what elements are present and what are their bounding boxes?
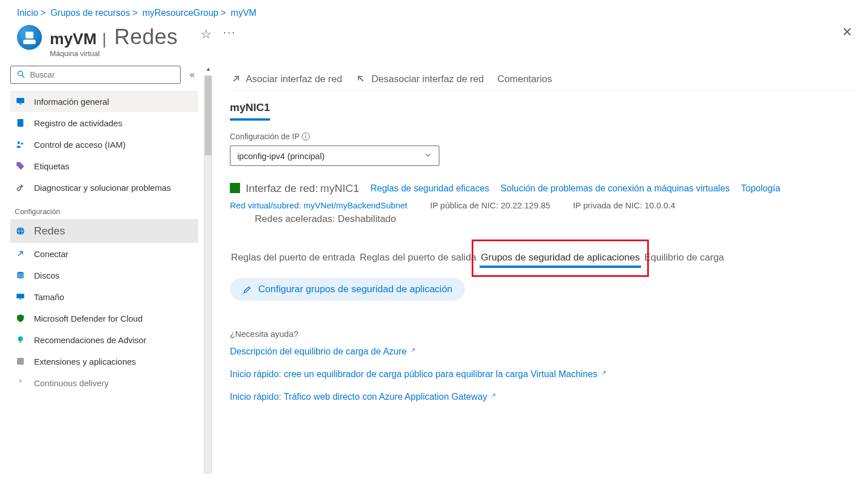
page-title-vm: myVM	[50, 30, 96, 48]
external-link-icon	[600, 369, 606, 379]
private-ip-value: 10.0.0.4	[644, 200, 675, 210]
ip-config-select[interactable]: ipconfig-ipv4 (principal)	[230, 146, 439, 166]
ip-config-label: Configuración de IP i	[230, 132, 854, 141]
sidebar-item-label: Extensiones y aplicaciones	[34, 357, 136, 366]
associate-nic-button[interactable]: Asociar interfaz de red	[230, 74, 342, 85]
need-help-heading: ¿Necesita ayuda?	[230, 329, 854, 339]
rule-tabs: Reglas del puerto de entrada Reglas del …	[230, 249, 854, 267]
search-input[interactable]	[30, 70, 174, 79]
sidebar-item-tags[interactable]: Etiquetas	[10, 155, 198, 177]
svg-point-5	[18, 142, 20, 144]
help-link-quickstart-appgw[interactable]: Inicio rápido: Tráfico web directo con A…	[230, 392, 854, 402]
breadcrumb-groups[interactable]: Grupos de recursos	[50, 8, 130, 18]
page-title-section: Redes	[114, 25, 178, 49]
configure-asg-button[interactable]: Configurar grupos de seguridad de aplica…	[230, 278, 465, 301]
more-actions-icon[interactable]: ···	[223, 25, 236, 39]
sidebar-item-iam[interactable]: Control de acceso (IAM)	[10, 134, 198, 155]
feedback-button[interactable]: Comentarios	[498, 74, 552, 85]
sidebar-item-connect[interactable]: Conectar	[10, 243, 198, 264]
topology-link[interactable]: Topología	[741, 183, 780, 194]
sidebar-item-activity-log[interactable]: Registro de actividades	[10, 112, 198, 134]
help-link-lb-overview[interactable]: Descripción del equilibrio de carga de A…	[230, 347, 854, 357]
title-divider: |	[102, 30, 106, 48]
vnet-label: Red virtual/subred:	[230, 200, 301, 210]
sidebar: « Información general Registro de activi…	[0, 66, 208, 481]
tab-outbound-rules[interactable]: Reglas del puerto de salida	[358, 249, 477, 267]
sidebar-item-label: Redes	[34, 225, 65, 237]
help-link-quickstart-lb[interactable]: Inicio rápido: cree un equilibrador de c…	[230, 369, 854, 379]
sidebar-item-continuous-delivery[interactable]: Continuous delivery	[10, 372, 198, 394]
sidebar-item-label: Discos	[34, 271, 59, 280]
sidebar-item-disks[interactable]: Discos	[10, 264, 198, 286]
external-link-icon	[489, 392, 496, 402]
sidebar-item-label: Microsoft Defender for Cloud	[34, 314, 143, 323]
globe-icon	[15, 226, 26, 236]
nic-tab-mynic1[interactable]: myNIC1	[230, 97, 270, 121]
monitor-icon	[15, 96, 26, 106]
sidebar-item-extensions[interactable]: Extensiones y aplicaciones	[10, 351, 198, 372]
wrench-icon	[15, 182, 26, 193]
svg-rect-2	[16, 98, 24, 103]
shield-icon	[15, 313, 26, 323]
svg-point-6	[21, 143, 23, 145]
sidebar-item-defender[interactable]: Microsoft Defender for Cloud	[10, 307, 198, 329]
vnet-link[interactable]: myVNet/myBackendSubnet	[303, 200, 407, 210]
public-ip-label: IP pública de NIC:	[430, 200, 499, 210]
interface-name: myNIC1	[320, 182, 360, 194]
svg-rect-11	[16, 294, 24, 298]
ip-config-value: ipconfig-ipv4 (principal)	[237, 151, 324, 161]
book-icon	[15, 118, 26, 128]
collapse-sidebar-icon[interactable]: «	[186, 70, 198, 80]
breadcrumb-vm[interactable]: myVM	[231, 8, 256, 18]
toolbar-label: Desasociar interfaz de red	[371, 74, 484, 85]
sidebar-section-label: Configuración	[10, 198, 198, 219]
sidebar-item-advisor[interactable]: Recomendaciones de Advisor	[10, 329, 198, 351]
interface-label: Interfaz de red:	[246, 182, 318, 194]
plug-icon	[15, 249, 26, 259]
screen-icon	[15, 292, 26, 302]
svg-point-0	[18, 71, 23, 75]
puzzle-icon	[15, 356, 26, 366]
tab-app-security-groups[interactable]: Grupos de seguridad de aplicaciones	[480, 249, 641, 267]
sidebar-item-overview[interactable]: Información general	[10, 91, 198, 112]
info-icon[interactable]: i	[302, 132, 310, 140]
tab-load-balancing[interactable]: Equilibrio de carga	[643, 249, 725, 267]
breadcrumb: Inicio> Grupos de recursos> myResourceGr…	[0, 0, 868, 22]
effective-rules-link[interactable]: Reglas de seguridad eficaces	[370, 183, 489, 194]
sidebar-item-label: Control de acceso (IAM)	[34, 140, 126, 149]
chevron-down-icon	[424, 151, 432, 161]
breadcrumb-home[interactable]: Inicio	[17, 8, 38, 18]
sidebar-item-label: Información general	[34, 97, 109, 106]
accel-value: Deshabilitado	[338, 213, 396, 224]
sidebar-item-diagnose[interactable]: Diagnosticar y solucionar problemas	[10, 177, 198, 198]
svg-rect-14	[20, 341, 22, 343]
search-icon	[16, 70, 25, 80]
page-subtitle: Máquina virtual	[50, 49, 178, 58]
svg-point-13	[18, 336, 23, 341]
breadcrumb-rg[interactable]: myResourceGroup	[142, 8, 218, 18]
private-ip-label: IP privada de NIC:	[573, 200, 642, 210]
sidebar-item-label: Conectar	[34, 249, 69, 259]
sidebar-item-label: Registro de actividades	[34, 118, 122, 128]
toolbar-label: Asociar interfaz de red	[246, 74, 342, 85]
disassociate-nic-button[interactable]: Desasociar interfaz de red	[356, 74, 484, 85]
disk-icon	[15, 270, 26, 280]
content-toolbar: Asociar interfaz de red Desasociar inter…	[230, 74, 854, 91]
svg-line-1	[22, 75, 24, 78]
nic-icon	[230, 183, 240, 193]
page-header: myVM | Redes Máquina virtual ☆ ··· ✕	[0, 22, 868, 66]
tab-inbound-rules[interactable]: Reglas del puerto de entrada	[230, 249, 356, 267]
content-pane: Asociar interfaz de red Desasociar inter…	[208, 66, 868, 481]
troubleshoot-link[interactable]: Solución de problemas de conexión a máqu…	[501, 183, 730, 194]
people-icon	[15, 139, 26, 149]
sidebar-search-box[interactable]	[10, 66, 181, 84]
favorite-star-icon[interactable]: ☆	[200, 27, 212, 42]
vm-resource-icon	[17, 25, 42, 50]
sidebar-item-networking[interactable]: Redes	[10, 219, 198, 243]
sidebar-item-size[interactable]: Tamaño	[10, 286, 198, 307]
lightbulb-icon	[15, 335, 26, 345]
public-ip-value: 20.22.129.85	[501, 200, 550, 210]
sidebar-item-label: Diagnosticar y solucionar problemas	[34, 183, 171, 193]
svg-rect-3	[19, 104, 22, 105]
close-icon[interactable]: ✕	[842, 25, 852, 40]
